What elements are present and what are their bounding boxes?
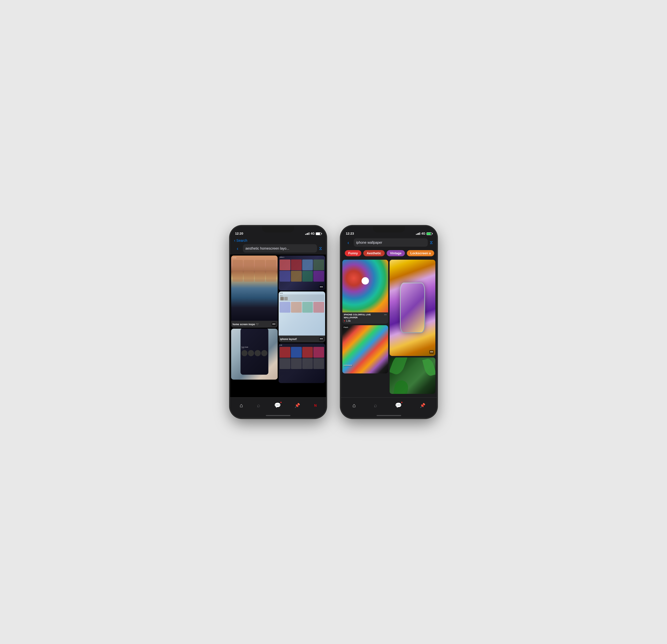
nav-netflix-left[interactable]: N xyxy=(314,403,316,407)
signal-icon-right xyxy=(416,232,420,235)
back-button-left[interactable]: ‹ Search xyxy=(234,238,247,243)
nav-home-right[interactable]: ⌂ xyxy=(353,402,356,409)
left-phone: 12:20 4G ‹ Search xyxy=(230,226,326,418)
right-content-area: IPHONE COLORFUL LIVE WALLPAPER ••• ♥ 1.6… xyxy=(341,258,437,397)
pin-title-layout2: iphone layout! xyxy=(280,338,297,340)
pin-likes-colorful: ♥ 1.6k xyxy=(344,320,387,322)
network-label-right: 4G xyxy=(421,232,425,235)
masonry-grid-left: 10:02 xyxy=(230,255,326,397)
messages-dot-right xyxy=(401,402,403,403)
pin-card-layout1[interactable]: APRIL 9 xyxy=(279,256,325,290)
right-right-col: ••• xyxy=(390,260,435,396)
home-indicator-right xyxy=(341,413,437,418)
tags-row-right: Funny Aesthetic Vintage Lockscreen a xyxy=(341,248,437,258)
nav-search-left[interactable]: ⌕ xyxy=(257,402,260,409)
search-header-left: ‹ Search ‹ aesthetic homescreen layo... … xyxy=(230,237,326,255)
pin-card-colorful[interactable]: IPHONE COLORFUL LIVE WALLPAPER ••• ♥ 1.6… xyxy=(342,260,388,324)
pin-card-sticker[interactable]: Flash SUPERMAN xyxy=(342,325,388,373)
messages-icon-right: 💬 xyxy=(395,402,402,409)
search-text-right: iphone wallpaper xyxy=(356,241,382,244)
home-icon-left: ⌂ xyxy=(240,402,243,409)
home-bar-left xyxy=(266,415,290,416)
more-dots-homescreen[interactable]: ••• xyxy=(272,322,276,326)
search-row-right: ‹ iphone wallpaper ⧖ xyxy=(345,238,433,247)
more-dots-marble[interactable]: ••• xyxy=(429,350,434,354)
tag-aesthetic[interactable]: Aesthetic xyxy=(363,250,385,256)
right-col: APRIL 9 xyxy=(279,256,325,396)
search-field-right[interactable]: iphone wallpaper xyxy=(354,238,428,247)
nav-search-right[interactable]: ⌕ xyxy=(374,402,377,409)
filter-icon-left[interactable]: ⧖ xyxy=(319,246,322,251)
battery-icon-left xyxy=(316,232,321,235)
pin-card-tropical[interactable] xyxy=(390,357,435,394)
status-icons-right: 4G xyxy=(416,232,432,235)
pin-card-marble[interactable]: ••• xyxy=(390,260,435,356)
pin-caption-homescreen: home screen inspo 🖤 xyxy=(231,321,278,328)
home-bar-right xyxy=(377,415,401,416)
bottom-nav-left: ⌂ ⌕ 💬 📌 N xyxy=(230,397,326,413)
like-count-colorful: 1.6k xyxy=(346,320,351,322)
pin-title-homescreen: home screen inspo 🖤 xyxy=(232,323,259,326)
tag-funny[interactable]: Funny xyxy=(345,250,361,256)
pin-caption-layout2: iphone layout! xyxy=(279,336,325,342)
search-icon-right: ⌕ xyxy=(374,402,377,409)
pin-caption-colorful: IPHONE COLORFUL LIVE WALLPAPER ••• ♥ 1.6… xyxy=(342,312,388,324)
status-time-right: 12:23 xyxy=(346,232,354,235)
search-back-arrow-right[interactable]: ‹ xyxy=(345,240,352,245)
pin-card-layout3[interactable]: 6:48 xyxy=(279,343,325,383)
battery-fill-right xyxy=(427,232,431,235)
pin-icon-left: 📌 xyxy=(295,403,300,408)
left-col: 10:02 xyxy=(231,256,278,396)
heart-icon-colorful: ♥ xyxy=(344,320,345,322)
notch xyxy=(262,226,294,232)
more-dots-colorful[interactable]: ••• xyxy=(384,313,387,316)
right-left-col: IPHONE COLORFUL LIVE WALLPAPER ••• ♥ 1.6… xyxy=(342,260,388,396)
pin-grid-right: IPHONE COLORFUL LIVE WALLPAPER ••• ♥ 1.6… xyxy=(341,258,437,397)
pin-card-homescreen[interactable]: 10:02 xyxy=(231,256,278,328)
search-icon-left: ⌕ xyxy=(257,402,260,409)
phones-container: 12:20 4G ‹ Search xyxy=(230,226,437,418)
tag-lockscreen[interactable]: Lockscreen a xyxy=(407,250,434,256)
battery-icon-right xyxy=(426,232,432,235)
pin-card-hand[interactable]: Sarah Smith mobile xyxy=(231,329,278,380)
status-time-left: 12:20 xyxy=(235,232,243,235)
network-label-left: 4G xyxy=(311,232,314,235)
more-dots-layout1[interactable]: ••• xyxy=(319,285,324,289)
chevron-left-icon: ‹ xyxy=(234,238,235,243)
home-icon-right: ⌂ xyxy=(353,402,356,409)
messages-icon-left: 💬 xyxy=(274,402,281,409)
left-phone-screen: 12:20 4G ‹ Search xyxy=(230,226,326,418)
search-header-right: ‹ iphone wallpaper ⧖ xyxy=(341,237,437,248)
netflix-icon-left: N xyxy=(314,403,316,407)
nav-home-left[interactable]: ⌂ xyxy=(240,402,243,409)
search-row-left: ‹ aesthetic homescreen layo... ⧖ xyxy=(234,244,322,253)
right-phone-screen: 12:23 4G ‹ iphone wallpaper xyxy=(341,226,437,418)
tag-vintage[interactable]: Vintage xyxy=(387,250,405,256)
pin-card-layout2[interactable]: 13:08 Music xyxy=(279,291,325,343)
home-indicator-left xyxy=(230,413,326,418)
pin-icon-right: 📌 xyxy=(420,403,425,408)
back-label-left: Search xyxy=(236,239,247,242)
nav-messages-left[interactable]: 💬 xyxy=(274,402,281,409)
battery-fill-left xyxy=(316,232,320,235)
status-icons-left: 4G xyxy=(305,232,321,235)
messages-dot-left xyxy=(280,402,281,403)
nav-pin-left[interactable]: 📌 xyxy=(295,403,300,408)
more-dots-layout2[interactable]: ••• xyxy=(319,337,324,341)
filter-icon-right[interactable]: ⧖ xyxy=(430,240,433,245)
search-back-arrow-left[interactable]: ‹ xyxy=(234,246,241,251)
search-text-left: aesthetic homescreen layo... xyxy=(245,246,289,251)
signal-icon-left xyxy=(305,232,309,235)
nav-messages-right[interactable]: 💬 xyxy=(395,402,402,409)
left-content-area: 10:02 xyxy=(230,255,326,397)
right-phone: 12:23 4G ‹ iphone wallpaper xyxy=(341,226,437,418)
notch-right xyxy=(373,226,405,232)
nav-pin-right[interactable]: 📌 xyxy=(420,403,425,408)
back-row-left: ‹ Search xyxy=(234,238,322,243)
bottom-nav-right: ⌂ ⌕ 💬 📌 xyxy=(341,397,437,413)
search-field-left[interactable]: aesthetic homescreen layo... xyxy=(243,244,317,253)
pin-title-colorful: IPHONE COLORFUL LIVE WALLPAPER xyxy=(344,313,383,319)
